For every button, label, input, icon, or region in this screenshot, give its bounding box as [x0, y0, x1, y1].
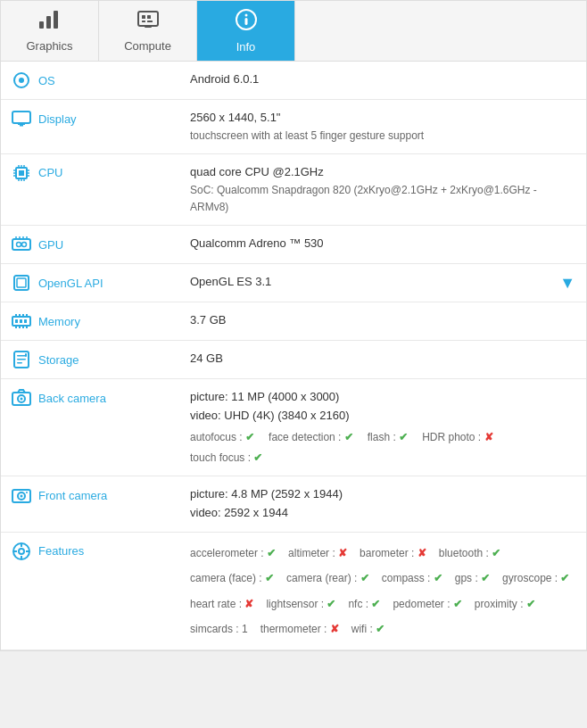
feature-lightsensor: lightsensor : ✔ [266, 592, 335, 616]
label-front-camera: Front camera [1, 476, 179, 533]
features-icon [12, 542, 31, 561]
tab-graphics-label: Graphics [26, 39, 72, 53]
row-storage: Storage 24 GB [1, 341, 586, 379]
cpu-icon [12, 163, 31, 183]
svg-rect-50 [20, 319, 22, 323]
tab-info[interactable]: Info [197, 1, 295, 61]
label-os: OS [1, 62, 179, 100]
feature-flash: flash : ✔ [368, 429, 408, 446]
label-gpu: GPU [1, 226, 179, 264]
storage-label: Storage [38, 353, 79, 367]
tab-bar: Graphics Compute [1, 1, 586, 62]
feature-simcards: simcards : 1 [190, 617, 248, 641]
svg-rect-11 [244, 18, 247, 25]
svg-rect-55 [17, 362, 22, 364]
value-display: 2560 x 1440, 5.1" touchscreen with at le… [179, 100, 586, 154]
svg-rect-14 [12, 112, 30, 123]
row-memory: Memory 3.7 GB [1, 302, 586, 341]
memory-icon [12, 311, 31, 331]
value-memory: 3.7 GB [179, 302, 586, 341]
feature-accelerometer: accelerometer : ✔ [190, 542, 276, 565]
info-icon [235, 8, 258, 37]
svg-rect-47 [22, 326, 24, 328]
row-cpu: CPU quad core CPU @2.1GHz SoC: Qualcomm … [1, 153, 586, 225]
opengl-icon [12, 273, 31, 293]
gpu-icon [12, 235, 31, 254]
svg-rect-48 [26, 326, 28, 328]
tab-compute[interactable]: Compute [99, 1, 197, 61]
svg-rect-5 [147, 15, 151, 19]
feature-altimeter: altimeter : ✘ [288, 542, 347, 565]
row-features: Features accelerometer : ✔ altimeter : ✘… [1, 532, 586, 650]
memory-label: Memory [38, 315, 80, 328]
display-label: Display [38, 112, 77, 126]
cpu-label: CPU [38, 166, 62, 179]
svg-point-62 [21, 495, 23, 498]
hdr-cross: ✘ [484, 431, 493, 443]
feature-thermometer: thermometer : ✘ [260, 617, 339, 641]
value-gpu: Qualcomm Adreno ™ 530 [179, 226, 586, 264]
label-opengl: OpenGL API [1, 264, 179, 302]
graphics-icon [37, 9, 62, 36]
svg-rect-4 [142, 15, 145, 19]
face-detection-check: ✔ [344, 431, 353, 443]
svg-point-13 [19, 78, 24, 83]
svg-rect-7 [147, 21, 153, 22]
feature-compass: compass : ✔ [382, 567, 442, 590]
feature-face-detection: face detection : ✔ [269, 429, 353, 446]
row-display: Display 2560 x 1440, 5.1" touchscreen wi… [1, 100, 586, 154]
gpu-label: GPU [38, 238, 63, 252]
info-table: OS Android 6.0.1 [1, 62, 586, 650]
value-front-camera: picture: 4.8 MP (2592 x 1944) video: 259… [179, 476, 586, 533]
opengl-label: OpenGL API [38, 277, 103, 290]
tab-graphics[interactable]: Graphics [1, 1, 99, 61]
svg-rect-8 [145, 26, 152, 28]
label-storage: Storage [1, 341, 179, 379]
svg-rect-39 [17, 278, 26, 287]
svg-point-59 [21, 398, 23, 401]
svg-rect-18 [19, 170, 24, 176]
svg-rect-49 [15, 319, 18, 323]
svg-point-33 [22, 243, 27, 247]
storage-icon [12, 350, 31, 369]
feature-pedometer: pedometer : ✔ [393, 592, 461, 616]
label-features: Features [1, 532, 179, 650]
svg-rect-54 [17, 359, 26, 360]
os-label: OS [38, 74, 55, 87]
feature-heart-rate: heart rate : ✘ [190, 592, 253, 616]
value-storage: 24 GB [179, 341, 586, 379]
feature-bluetooth: bluetooth : ✔ [439, 542, 500, 565]
row-os: OS Android 6.0.1 [1, 62, 586, 100]
display-icon [12, 109, 31, 128]
row-front-camera: Front camera picture: 4.8 MP (2592 x 194… [1, 476, 586, 533]
row-gpu: GPU Qualcomm Adreno ™ 530 [1, 226, 586, 264]
touch-focus-check: ✔ [253, 451, 262, 464]
flash-check: ✔ [399, 431, 408, 443]
opengl-dropdown-arrow[interactable]: ▼ [559, 270, 575, 296]
value-features: accelerometer : ✔ altimeter : ✘ baromete… [179, 532, 586, 650]
svg-rect-51 [24, 319, 27, 323]
autofocus-check: ✔ [245, 431, 254, 443]
feature-barometer: barometer : ✘ [360, 542, 426, 565]
front-camera-label: Front camera [38, 489, 107, 502]
value-os: Android 6.0.1 [179, 62, 586, 100]
feature-camera-rear: camera (rear) : ✔ [286, 567, 369, 590]
svg-rect-53 [17, 355, 26, 357]
features-label: Features [38, 544, 84, 558]
app-container: Graphics Compute [0, 0, 587, 651]
svg-rect-2 [54, 11, 58, 29]
compute-icon [136, 9, 161, 36]
label-display: Display [1, 100, 179, 154]
svg-point-10 [244, 14, 247, 17]
feature-gyroscope: gyroscope : ✔ [502, 567, 569, 590]
value-cpu: quad core CPU @2.1GHz SoC: Qualcomm Snap… [179, 153, 586, 225]
svg-rect-1 [46, 16, 51, 29]
back-camera-label: Back camera [38, 392, 106, 405]
feature-camera-face: camera (face) : ✔ [190, 567, 274, 590]
svg-rect-44 [26, 314, 28, 317]
svg-rect-42 [19, 314, 21, 317]
svg-rect-41 [15, 314, 17, 317]
svg-rect-45 [15, 326, 17, 328]
row-opengl: OpenGL API OpenGL ES 3.1 ▼ [1, 264, 586, 302]
svg-point-65 [19, 549, 24, 554]
